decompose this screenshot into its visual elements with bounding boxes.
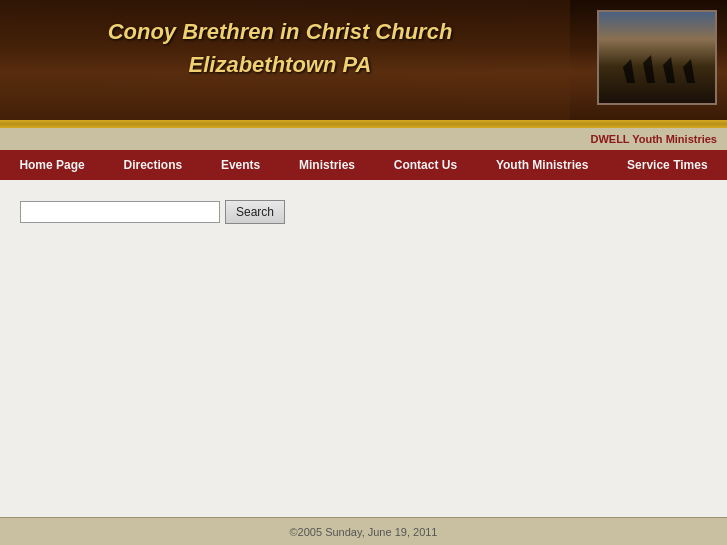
footer: ©2005 Sunday, June 19, 2011	[0, 517, 727, 545]
search-form: Search	[20, 200, 707, 224]
site-title-line2: Elizabethtown PA	[189, 52, 372, 77]
main-content: Search	[0, 180, 727, 540]
navigation-bar: Home Page Directions Events Ministries C…	[0, 150, 727, 180]
search-button[interactable]: Search	[225, 200, 285, 224]
site-title-line1: Conoy Brethren in Christ Church	[108, 19, 453, 44]
header: Conoy Brethren in Christ Church Elizabet…	[0, 0, 727, 120]
header-photo	[597, 10, 717, 105]
content-area: Search	[20, 200, 707, 500]
dwell-youth-ministries-link[interactable]: DWELL Youth Ministries	[590, 133, 717, 145]
site-title: Conoy Brethren in Christ Church Elizabet…	[0, 15, 560, 81]
nav-item-home[interactable]: Home Page	[11, 158, 92, 172]
search-input[interactable]	[20, 201, 220, 223]
nav-item-contact[interactable]: Contact Us	[386, 158, 465, 172]
nav-item-events[interactable]: Events	[213, 158, 268, 172]
nav-item-service[interactable]: Service Times	[619, 158, 716, 172]
gold-divider	[0, 120, 727, 128]
nav-item-directions[interactable]: Directions	[115, 158, 190, 172]
nav-item-ministries[interactable]: Ministries	[291, 158, 363, 172]
nav-item-youth[interactable]: Youth Ministries	[488, 158, 596, 172]
dwell-bar: DWELL Youth Ministries	[0, 128, 727, 150]
footer-copyright: ©2005 Sunday, June 19, 2011	[290, 526, 438, 538]
